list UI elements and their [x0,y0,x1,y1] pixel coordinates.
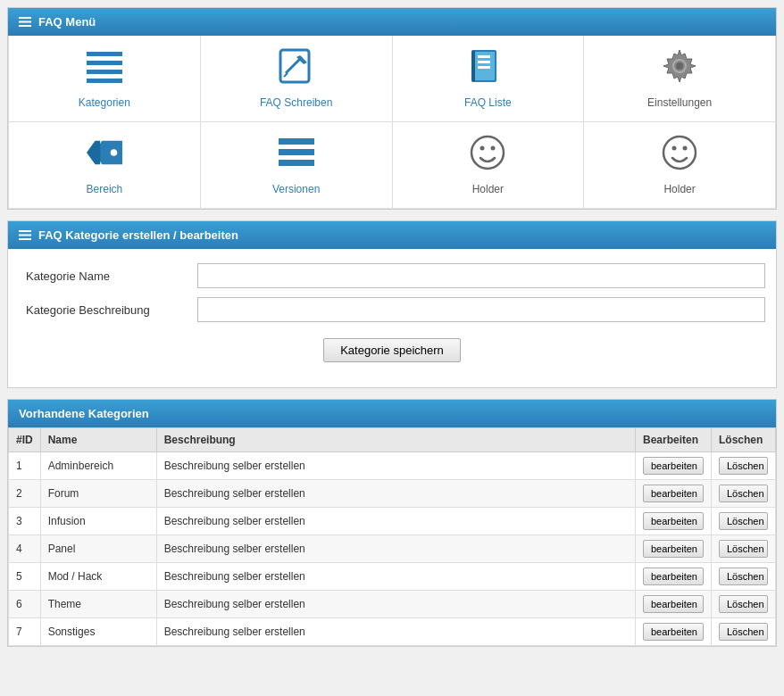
svg-line-10 [284,73,288,77]
svg-marker-21 [87,141,100,165]
svg-point-26 [471,137,504,169]
cell-name: Sonstiges [40,618,156,646]
cell-description: Beschreibung selber erstellen [156,508,635,535]
cell-description: Beschreibung selber erstellen [156,480,635,508]
edit-icon [279,48,314,91]
edit-button-3[interactable]: bearbeiten [643,512,704,530]
menu-item-kategorien[interactable]: Kategorien [9,36,201,122]
svg-rect-1 [19,21,31,23]
form-title: FAQ Kategorie erstellen / bearbeiten [38,228,238,242]
menu-item-einstellungen[interactable]: Einstellungen [584,36,776,122]
svg-rect-4 [87,61,122,65]
table-row: 4 Panel Beschreibung selber erstellen be… [9,535,776,563]
tag-icon [87,135,122,178]
cell-edit: bearbeiten [636,480,712,508]
menu-section: FAQ Menü Kategorien [7,7,777,210]
table-section: Vorhandene Kategorien #ID Name Beschreib… [7,399,777,647]
menu-item-faq-liste[interactable]: FAQ Liste [393,36,585,122]
svg-point-31 [683,146,688,151]
svg-rect-5 [87,70,122,74]
label-kategorie-name: Kategorie Name [19,269,197,283]
svg-point-30 [672,146,677,151]
form-header: FAQ Kategorie erstellen / bearbeiten [8,221,776,249]
cell-delete: Löschen [712,563,776,591]
svg-rect-6 [87,79,122,83]
form-actions: Kategorie speichern [19,331,765,373]
menu-grid: Kategorien FAQ Schreiben [8,36,776,209]
svg-rect-16 [471,50,475,82]
edit-button-1[interactable]: bearbeiten [643,457,704,475]
cell-edit: bearbeiten [636,452,712,480]
cell-description: Beschreibung selber erstellen [156,618,635,646]
svg-point-19 [676,62,683,70]
svg-rect-0 [19,17,31,19]
cell-id: 4 [9,535,41,563]
book-icon [470,48,505,91]
svg-rect-33 [19,235,31,236]
cell-id: 2 [9,480,41,508]
svg-rect-3 [87,52,122,56]
menu-label-holder1: Holder [472,183,504,195]
delete-button-1[interactable]: Löschen [719,457,768,475]
delete-button-7[interactable]: Löschen [719,623,768,641]
cell-delete: Löschen [712,535,776,563]
svg-point-28 [491,146,496,151]
menu-item-versionen[interactable]: Versionen [201,122,393,209]
edit-button-2[interactable]: bearbeiten [643,485,704,502]
cell-description: Beschreibung selber erstellen [156,563,635,591]
delete-button-2[interactable]: Löschen [719,485,768,502]
form-header-icon [19,230,31,240]
cell-name: Forum [40,480,156,508]
cell-id: 1 [9,452,41,480]
delete-button-6[interactable]: Löschen [719,595,768,613]
label-kategorie-beschreibung: Kategorie Beschreibung [19,303,197,317]
edit-button-5[interactable]: bearbeiten [643,568,704,585]
input-kategorie-name[interactable] [197,263,765,288]
cell-edit: bearbeiten [636,535,712,563]
svg-rect-14 [478,61,490,63]
cell-name: Infusion [40,508,156,535]
menu-label-holder2: Holder [663,183,695,195]
delete-button-4[interactable]: Löschen [719,540,768,558]
svg-rect-24 [279,149,314,155]
cell-description: Beschreibung selber erstellen [156,452,635,480]
svg-rect-34 [19,238,31,240]
col-header-edit: Bearbeiten [636,428,712,452]
col-header-id: #ID [9,428,41,452]
delete-button-3[interactable]: Löschen [719,512,768,530]
cell-delete: Löschen [712,618,776,646]
menu-item-holder1[interactable]: Holder [393,122,585,209]
svg-rect-32 [19,230,31,232]
edit-button-7[interactable]: bearbeiten [643,623,704,641]
menu-item-holder2[interactable]: Holder [584,122,776,209]
gear-icon [662,48,697,91]
cell-name: Adminbereich [40,452,156,480]
table-row: 6 Theme Beschreibung selber erstellen be… [9,591,776,618]
table-body: 1 Adminbereich Beschreibung selber erste… [9,452,776,646]
table-row: 7 Sonstiges Beschreibung selber erstelle… [9,618,776,646]
cell-id: 7 [9,618,41,646]
cell-id: 5 [9,563,41,591]
col-header-description: Beschreibung [156,428,635,452]
table-row: 1 Adminbereich Beschreibung selber erste… [9,452,776,480]
table-row: 3 Infusion Beschreibung selber erstellen… [9,508,776,535]
table-header: Vorhandene Kategorien [8,400,776,427]
input-kategorie-beschreibung[interactable] [197,297,765,322]
menu-header: FAQ Menü [8,8,776,36]
save-button[interactable]: Kategorie speichern [323,338,461,362]
categories-table: #ID Name Beschreibung Bearbeiten Löschen… [8,427,776,646]
cell-id: 6 [9,591,41,618]
delete-button-5[interactable]: Löschen [719,568,768,585]
svg-rect-2 [19,25,31,27]
menu-label-kategorien: Kategorien [79,96,130,109]
cell-name: Panel [40,535,156,563]
table-header-row: #ID Name Beschreibung Bearbeiten Löschen [9,428,776,452]
svg-point-29 [663,137,696,169]
header-list-icon [19,17,31,27]
svg-rect-13 [478,55,490,58]
menu-label-versionen: Versionen [272,183,320,195]
edit-button-4[interactable]: bearbeiten [643,540,704,558]
menu-item-bereich[interactable]: Bereich [9,122,201,209]
menu-item-faq-schreiben[interactable]: FAQ Schreiben [201,36,393,122]
edit-button-6[interactable]: bearbeiten [643,595,704,613]
